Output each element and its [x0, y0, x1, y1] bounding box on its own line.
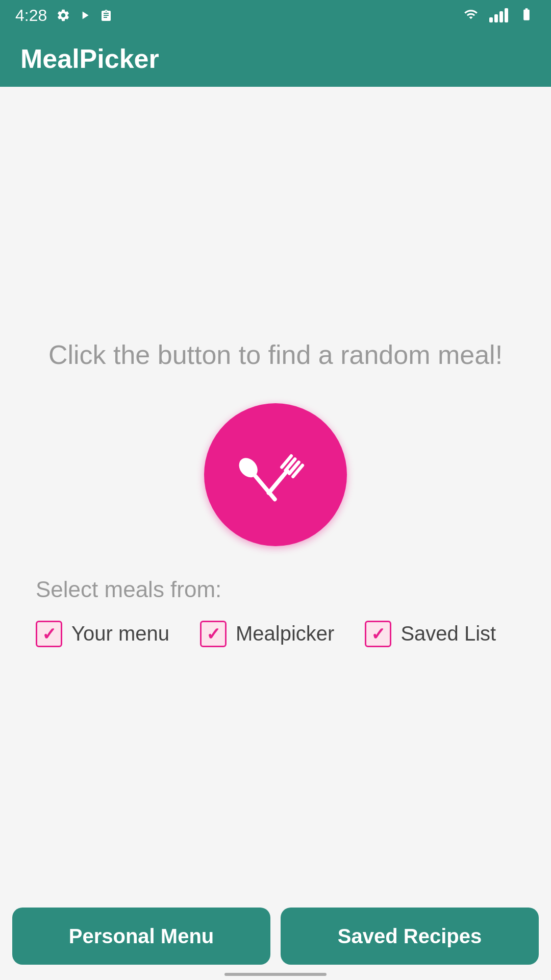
play-icon: [78, 8, 92, 22]
bottom-nav: Personal Menu Saved Recipes: [0, 898, 551, 980]
app-bar: MealPicker: [0, 31, 551, 87]
app-title: MealPicker: [20, 43, 159, 74]
random-meal-button[interactable]: [204, 403, 347, 546]
checkbox-saved-list[interactable]: ✓ Saved List: [365, 621, 496, 647]
gear-icon: [56, 8, 70, 22]
checkbox-saved-list-label: Saved List: [400, 622, 496, 645]
saved-recipes-button[interactable]: Saved Recipes: [281, 908, 539, 965]
clipboard-icon: [99, 8, 113, 22]
checkbox-mealpicker-label: Mealpicker: [236, 622, 334, 645]
status-bar-right: [462, 7, 536, 23]
checkbox-your-menu-label: Your menu: [71, 622, 169, 645]
status-icons: [56, 8, 113, 22]
signal-icon: [489, 8, 508, 22]
status-time: 4:28: [15, 6, 47, 25]
select-meals-section: Select meals from: ✓ Your menu ✓ Mealpic…: [26, 577, 525, 647]
checkbox-your-menu-check: ✓: [42, 625, 56, 643]
personal-menu-button[interactable]: Personal Menu: [12, 908, 270, 965]
battery-icon: [517, 7, 536, 23]
main-content: Click the button to find a random meal!: [0, 87, 551, 898]
status-bar: 4:28: [0, 0, 551, 31]
tagline: Click the button to find a random meal!: [48, 338, 503, 373]
home-indicator: [224, 973, 327, 976]
wifi-icon: [462, 7, 480, 23]
checkbox-your-menu[interactable]: ✓ Your menu: [36, 621, 169, 647]
checkbox-saved-list-box[interactable]: ✓: [365, 621, 391, 647]
checkbox-mealpicker-check: ✓: [206, 625, 220, 643]
checkbox-your-menu-box[interactable]: ✓: [36, 621, 62, 647]
checkbox-mealpicker[interactable]: ✓ Mealpicker: [200, 621, 334, 647]
checkbox-mealpicker-box[interactable]: ✓: [200, 621, 227, 647]
status-bar-left: 4:28: [15, 6, 113, 25]
checkbox-saved-list-check: ✓: [371, 625, 385, 643]
select-meals-label: Select meals from:: [36, 577, 515, 602]
checkboxes-row: ✓ Your menu ✓ Mealpicker ✓ Saved List: [36, 621, 515, 647]
